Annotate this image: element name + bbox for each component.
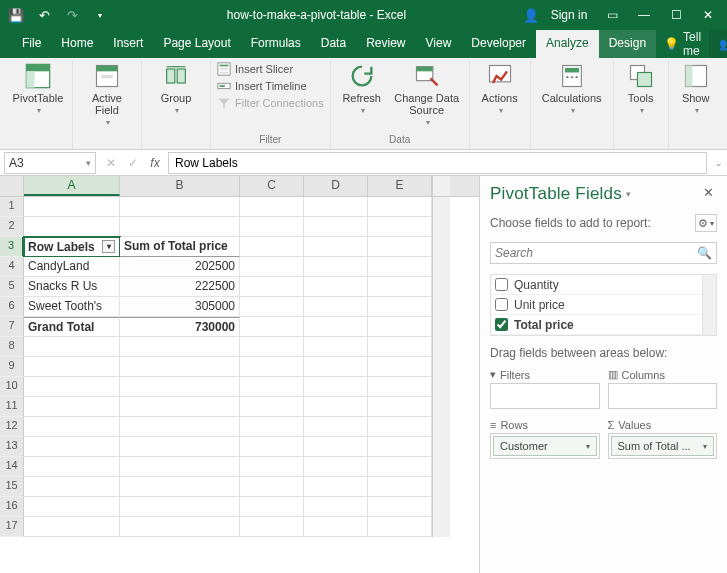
tell-me[interactable]: 💡 Tell me bbox=[656, 30, 709, 58]
cell[interactable] bbox=[368, 217, 432, 237]
cell-b6[interactable]: 305000 bbox=[120, 297, 240, 317]
cell[interactable] bbox=[240, 317, 304, 337]
cell[interactable] bbox=[304, 197, 368, 217]
cell[interactable] bbox=[120, 217, 240, 237]
cell[interactable] bbox=[240, 357, 304, 377]
cell-b7[interactable]: 730000 bbox=[120, 317, 240, 337]
field-checkbox[interactable] bbox=[495, 298, 508, 311]
undo-icon[interactable]: ↶ bbox=[32, 3, 56, 27]
tab-developer[interactable]: Developer bbox=[461, 30, 536, 58]
row-header[interactable]: 7 bbox=[0, 317, 24, 337]
cell[interactable] bbox=[24, 457, 120, 477]
cell[interactable] bbox=[368, 437, 432, 457]
row-header[interactable]: 17 bbox=[0, 517, 24, 537]
column-header-D[interactable]: D bbox=[304, 176, 368, 196]
tab-data[interactable]: Data bbox=[311, 30, 356, 58]
cell[interactable] bbox=[120, 417, 240, 437]
cell[interactable] bbox=[24, 217, 120, 237]
cell[interactable] bbox=[368, 517, 432, 537]
cell-b5[interactable]: 222500 bbox=[120, 277, 240, 297]
cell[interactable] bbox=[240, 477, 304, 497]
select-all-corner[interactable] bbox=[0, 176, 24, 196]
field-quantity[interactable]: Quantity bbox=[491, 275, 702, 295]
maximize-button[interactable]: ☐ bbox=[661, 3, 691, 27]
cell[interactable] bbox=[240, 377, 304, 397]
calculations-button[interactable]: Calculations bbox=[537, 62, 607, 115]
cell[interactable] bbox=[240, 297, 304, 317]
cell-a4[interactable]: CandyLand bbox=[24, 257, 120, 277]
row-header[interactable]: 8 bbox=[0, 337, 24, 357]
cell[interactable] bbox=[368, 297, 432, 317]
cell[interactable] bbox=[304, 397, 368, 417]
cell[interactable] bbox=[304, 477, 368, 497]
cell[interactable] bbox=[368, 397, 432, 417]
cell[interactable] bbox=[368, 357, 432, 377]
cell-b3[interactable]: Sum of Total price bbox=[120, 237, 240, 257]
cell[interactable] bbox=[368, 277, 432, 297]
cell[interactable] bbox=[368, 477, 432, 497]
row-header[interactable]: 6 bbox=[0, 297, 24, 317]
cell[interactable] bbox=[368, 377, 432, 397]
cell[interactable] bbox=[304, 457, 368, 477]
cell[interactable] bbox=[240, 497, 304, 517]
cell[interactable] bbox=[24, 517, 120, 537]
cell[interactable] bbox=[24, 497, 120, 517]
cell[interactable] bbox=[240, 217, 304, 237]
cell-a5[interactable]: Snacks R Us bbox=[24, 277, 120, 297]
field-checkbox[interactable] bbox=[495, 318, 508, 331]
row-header[interactable]: 1 bbox=[0, 197, 24, 217]
rows-drop-box[interactable]: Customer ▾ bbox=[490, 433, 600, 459]
tab-review[interactable]: Review bbox=[356, 30, 415, 58]
ribbon-display-icon[interactable]: ▭ bbox=[597, 3, 627, 27]
cell[interactable] bbox=[368, 457, 432, 477]
cell[interactable] bbox=[368, 317, 432, 337]
field-search-input[interactable] bbox=[495, 246, 697, 260]
cell[interactable] bbox=[120, 497, 240, 517]
active-field-button[interactable]: Active Field bbox=[79, 62, 135, 127]
cell[interactable] bbox=[24, 357, 120, 377]
column-header-E[interactable]: E bbox=[368, 176, 432, 196]
cell[interactable] bbox=[304, 217, 368, 237]
cell[interactable] bbox=[240, 197, 304, 217]
row-header[interactable]: 5 bbox=[0, 277, 24, 297]
tab-formulas[interactable]: Formulas bbox=[241, 30, 311, 58]
cell[interactable] bbox=[120, 397, 240, 417]
cell[interactable] bbox=[304, 377, 368, 397]
accept-formula-icon[interactable]: ✓ bbox=[122, 152, 144, 174]
sign-in-button[interactable]: Sign in bbox=[543, 3, 595, 27]
cell-a6[interactable]: Sweet Tooth's bbox=[24, 297, 120, 317]
cell[interactable] bbox=[304, 357, 368, 377]
tab-design[interactable]: Design bbox=[599, 30, 656, 58]
field-list-scrollbar[interactable] bbox=[702, 275, 716, 335]
cell[interactable] bbox=[368, 417, 432, 437]
redo-icon[interactable]: ↷ bbox=[60, 3, 84, 27]
group-button[interactable]: Group bbox=[148, 62, 204, 115]
cell[interactable] bbox=[120, 477, 240, 497]
field-checkbox[interactable] bbox=[495, 278, 508, 291]
tools-button[interactable]: Tools bbox=[620, 62, 662, 115]
row-header[interactable]: 14 bbox=[0, 457, 24, 477]
cell[interactable] bbox=[240, 517, 304, 537]
cell[interactable] bbox=[240, 337, 304, 357]
profile-icon[interactable]: 👤 bbox=[521, 3, 541, 27]
row-header[interactable]: 9 bbox=[0, 357, 24, 377]
tab-insert[interactable]: Insert bbox=[103, 30, 153, 58]
tab-analyze[interactable]: Analyze bbox=[536, 30, 599, 58]
pivottable-button[interactable]: PivotTable bbox=[10, 62, 66, 115]
row-header[interactable]: 13 bbox=[0, 437, 24, 457]
field-list-layout-button[interactable]: ⚙ ▾ bbox=[695, 214, 717, 232]
cell[interactable] bbox=[120, 517, 240, 537]
cell-b4[interactable]: 202500 bbox=[120, 257, 240, 277]
row-header[interactable]: 4 bbox=[0, 257, 24, 277]
actions-button[interactable]: Actions bbox=[476, 62, 524, 115]
refresh-button[interactable]: Refresh bbox=[337, 62, 387, 115]
cell-a7[interactable]: Grand Total bbox=[24, 317, 120, 337]
name-box[interactable]: A3 ▾ bbox=[4, 152, 96, 174]
minimize-button[interactable]: — bbox=[629, 3, 659, 27]
cell[interactable] bbox=[304, 317, 368, 337]
tab-home[interactable]: Home bbox=[51, 30, 103, 58]
field-search[interactable]: 🔍 bbox=[490, 242, 717, 264]
cell[interactable] bbox=[304, 257, 368, 277]
formula-input[interactable] bbox=[168, 152, 707, 174]
row-header[interactable]: 15 bbox=[0, 477, 24, 497]
